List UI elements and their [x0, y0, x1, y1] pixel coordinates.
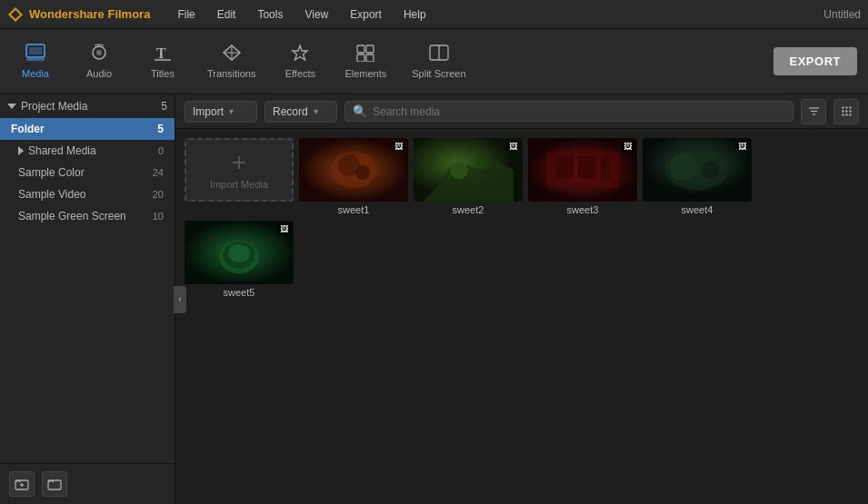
media-item-sweet1[interactable]: 🖼 sweet1 [299, 138, 408, 215]
svg-point-25 [842, 106, 843, 108]
import-media-box[interactable]: + Import Media [185, 138, 294, 202]
svg-point-30 [849, 110, 851, 112]
chevron-down-icon [7, 104, 16, 109]
svg-point-37 [355, 165, 370, 180]
transitions-icon [222, 44, 242, 64]
import-label: Import [193, 105, 224, 118]
svg-point-31 [842, 114, 843, 115]
tool-titles[interactable]: T Titles [131, 35, 195, 89]
svg-rect-4 [26, 58, 45, 61]
svg-point-49 [702, 161, 720, 179]
folder-row[interactable]: Folder 5 [0, 118, 175, 140]
toolbar: Media Audio T Titles [0, 29, 868, 94]
window-title: Untitled [823, 8, 861, 21]
export-button[interactable]: EXPORT [773, 47, 857, 75]
menu-file[interactable]: File [168, 6, 204, 23]
media-item-sweet4[interactable]: 🖼 sweet4 [643, 138, 752, 215]
search-box[interactable]: 🔍 [344, 101, 793, 122]
media-grid: + Import Media [175, 129, 868, 504]
thumb-sweet4: 🖼 [643, 138, 752, 202]
content-area: Import ▾ Record ▾ 🔍 [175, 94, 868, 504]
svg-rect-43 [555, 156, 574, 179]
new-folder-button[interactable] [9, 471, 35, 497]
folder-button[interactable] [42, 471, 67, 497]
svg-rect-14 [357, 54, 364, 62]
sample-video-label: Sample Video [18, 188, 86, 201]
media-item-sweet2[interactable]: 🖼 sweet2 [414, 138, 523, 215]
menu-view[interactable]: View [295, 6, 337, 23]
splitscreen-icon [429, 44, 449, 64]
svg-rect-45 [601, 156, 610, 179]
collapse-sidebar-button[interactable]: ‹ [174, 286, 186, 313]
image-type-icon: 🖼 [277, 223, 291, 234]
sidebar: Project Media 5 Folder 5 Shared Media 0 … [0, 94, 175, 504]
import-dropdown[interactable]: Import ▾ [185, 101, 257, 123]
svg-point-32 [845, 114, 847, 115]
splitscreen-label: Split Screen [412, 68, 465, 79]
tool-elements[interactable]: Elements [332, 35, 399, 89]
svg-point-53 [228, 244, 250, 262]
sidebar-item-sample-video[interactable]: Sample Video 20 [0, 183, 175, 205]
tool-splitscreen[interactable]: Split Screen [399, 35, 478, 89]
transitions-label: Transitions [207, 68, 255, 79]
folder-label: Folder [11, 123, 45, 135]
search-input[interactable] [373, 105, 785, 118]
record-chevron-icon: ▾ [314, 106, 318, 116]
sweet1-label: sweet1 [338, 204, 370, 215]
tool-transitions[interactable]: Transitions [195, 35, 268, 89]
menu-tools[interactable]: Tools [248, 6, 292, 23]
media-label: Media [22, 68, 49, 79]
sweet2-label: sweet2 [453, 204, 484, 215]
elements-label: Elements [344, 68, 386, 79]
svg-rect-44 [578, 156, 596, 179]
audio-label: Audio [86, 68, 112, 79]
tool-audio[interactable]: Audio [67, 35, 131, 89]
titlebar: Wondershare Filmora File Edit Tools View… [0, 0, 868, 29]
project-media-count: 5 [161, 100, 167, 113]
image-type-icon: 🖼 [392, 141, 405, 152]
sample-video-count: 20 [153, 189, 164, 200]
shared-media-label: Shared Media [28, 144, 96, 157]
folder-count: 5 [157, 123, 164, 135]
sidebar-footer [0, 463, 175, 504]
main-relative: Project Media 5 Folder 5 Shared Media 0 … [0, 94, 868, 504]
effects-label: Effects [285, 68, 315, 79]
menu-export[interactable]: Export [341, 6, 391, 23]
svg-rect-3 [29, 47, 42, 54]
svg-rect-15 [366, 54, 374, 62]
sidebar-item-sample-green-screen[interactable]: Sample Green Screen 10 [0, 205, 175, 227]
menu-help[interactable]: Help [394, 6, 435, 23]
svg-rect-12 [357, 45, 364, 53]
media-icon [25, 44, 45, 64]
svg-point-48 [670, 153, 697, 181]
grid-view-button[interactable] [833, 99, 859, 124]
svg-point-27 [849, 106, 851, 108]
import-chevron-icon: ▾ [229, 106, 234, 116]
record-dropdown[interactable]: Record ▾ [264, 101, 337, 123]
svg-point-28 [842, 110, 843, 112]
record-label: Record [273, 105, 308, 118]
media-item-sweet3[interactable]: 🖼 sweet3 [528, 138, 637, 215]
shared-media-count: 0 [158, 145, 164, 156]
plus-icon: + [232, 150, 246, 175]
import-media-item[interactable]: + Import Media [185, 138, 294, 215]
media-item-sweet5[interactable]: 🖼 sweet5 [185, 221, 294, 298]
image-type-icon: 🖼 [735, 141, 749, 152]
sample-color-count: 24 [153, 167, 164, 178]
menu-edit[interactable]: Edit [208, 6, 245, 23]
project-media-label: Project Media [21, 100, 87, 113]
project-media-header[interactable]: Project Media 5 [0, 94, 175, 118]
thumb-sweet5: 🖼 [185, 221, 294, 284]
svg-point-33 [849, 114, 851, 115]
sidebar-item-shared-media[interactable]: Shared Media 0 [0, 140, 175, 162]
main-area: Project Media 5 Folder 5 Shared Media 0 … [0, 94, 868, 504]
sidebar-item-sample-color[interactable]: Sample Color 24 [0, 162, 175, 183]
tool-media[interactable]: Media [4, 35, 67, 89]
thumb-sweet3: 🖼 [528, 138, 637, 202]
content-toolbar: Import ▾ Record ▾ 🔍 [175, 94, 868, 129]
sample-green-screen-label: Sample Green Screen [18, 210, 126, 222]
svg-point-6 [96, 50, 102, 55]
filter-button[interactable] [801, 99, 826, 124]
image-type-icon: 🖼 [506, 141, 520, 152]
tool-effects[interactable]: Effects [268, 35, 332, 89]
